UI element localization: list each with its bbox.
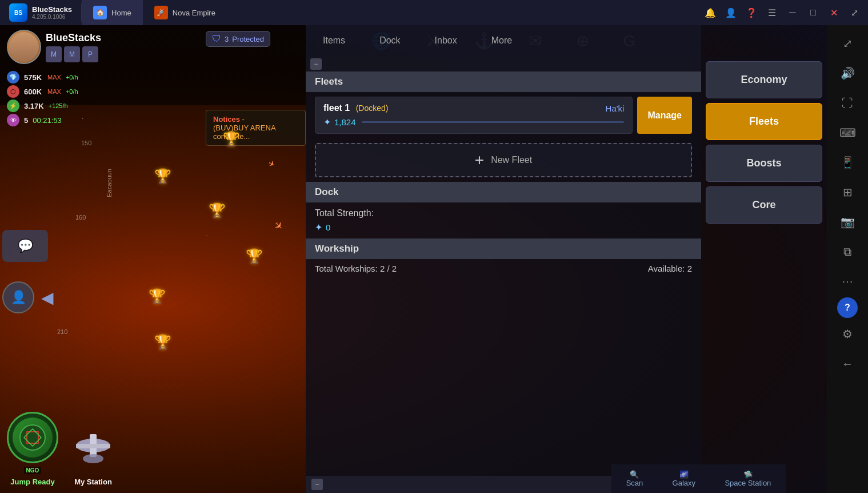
energy-icon: ⚡: [7, 100, 19, 112]
sidebar-more-icon[interactable]: ⋯: [834, 268, 861, 295]
alloy-max: MAX: [47, 88, 61, 95]
tab-nova[interactable]: 🚀 Nova Empire: [143, 0, 227, 25]
help-btn[interactable]: ❓: [742, 3, 761, 22]
credits-max: MAX: [47, 74, 61, 81]
menu-btn[interactable]: ☰: [763, 3, 781, 22]
workship-total: Total Workships: 2 / 2: [315, 264, 397, 273]
tab-items[interactable]: Items: [306, 25, 362, 57]
workship-info: Total Workships: 2 / 2 Available: 2: [306, 259, 701, 278]
sidebar-settings-icon[interactable]: ⚙: [834, 320, 861, 348]
sidebar-camera-icon[interactable]: 📷: [834, 208, 861, 236]
sidebar-volume-icon[interactable]: 🔊: [834, 59, 861, 87]
right-sidebar: ⤢ 🔊 ⛶ ⌨ 📱 ⊞ 📷 ⧉ ⋯ ? ⚙ ←: [827, 25, 868, 493]
workship-available: Available: 2: [648, 264, 692, 273]
shield-icon: 🛡: [212, 34, 221, 44]
action-buttons: Economy Fleets Boosts Core: [701, 57, 827, 493]
alloy-icon: ⬡: [7, 85, 19, 98]
my-station-btn[interactable]: My Station: [67, 423, 119, 486]
profile-btn[interactable]: 👤: [722, 3, 740, 22]
core-btn[interactable]: Core: [706, 186, 822, 224]
new-fleet-btn[interactable]: + New Fleet: [315, 143, 692, 177]
title-bar: BS BlueStacks 4.205.0.1006 🏠 Home 🚀 Nova…: [0, 0, 868, 25]
map-node-6[interactable]: 🏆: [154, 334, 171, 350]
faction-icons: M M P: [46, 46, 101, 62]
manage-button[interactable]: Manage: [637, 97, 692, 134]
strength-value: 1,824: [334, 117, 356, 127]
economy-btn[interactable]: Economy: [706, 61, 822, 98]
fleet-info-card: fleet 1 (Docked) Ha'ki ✦ 1,824: [315, 97, 633, 134]
map-node-4[interactable]: 🏆: [246, 248, 263, 264]
jump-ready-btn[interactable]: NGO Jump Ready: [7, 412, 58, 486]
jump-inner: [13, 418, 53, 458]
tab-nova-icon: 🚀: [154, 6, 168, 19]
profile-circle-btn[interactable]: 👤: [2, 281, 34, 313]
maximize-btn[interactable]: □: [804, 3, 822, 22]
bs-logo: BS: [9, 3, 27, 22]
expand-btn[interactable]: ⤢: [845, 3, 863, 22]
vision-value: 5: [24, 116, 28, 125]
fleets-section-header: Fleets: [306, 71, 701, 92]
nav-scan[interactable]: 🔍 Scan: [626, 470, 643, 487]
notification-btn[interactable]: 🔔: [701, 3, 719, 22]
credits-icon: 💎: [7, 71, 19, 84]
economy-label: Economy: [741, 74, 787, 86]
fleets-label: Fleets: [749, 116, 779, 128]
tab-dock[interactable]: Dock: [362, 25, 417, 57]
plus-icon: +: [475, 151, 484, 169]
collapse-bottom-btn[interactable]: −: [311, 479, 323, 490]
map-label-eacaouun: Eacaouun: [106, 169, 113, 197]
sidebar-layers-icon[interactable]: ⧉: [834, 238, 861, 265]
notice-text: -: [242, 115, 245, 124]
map-node-3[interactable]: 🏆: [209, 202, 226, 218]
left-panel: BlueStacks M M P 💎 575K MAX +0/h ⬡: [0, 25, 306, 493]
trophy-icon-2: 🏆: [154, 168, 171, 184]
nav-galaxy[interactable]: 🌌 Galaxy: [673, 470, 695, 487]
core-label: Core: [752, 199, 775, 211]
notice-popup[interactable]: Notices - (BUV)BUY ARENA control te...: [206, 110, 306, 146]
new-fleet-label: New Fleet: [491, 155, 532, 165]
sidebar-phone-icon[interactable]: 📱: [834, 149, 861, 176]
close-btn[interactable]: ✕: [825, 3, 843, 22]
map-node-2[interactable]: 🏆: [154, 168, 171, 184]
ngo-logo-svg: [18, 423, 47, 452]
fleets-btn[interactable]: Fleets: [706, 103, 822, 140]
jump-ready-label: Jump Ready: [10, 478, 54, 486]
collapse-top-bar: −: [306, 57, 701, 71]
map-num-160: 160: [75, 214, 86, 221]
sidebar-back-icon[interactable]: ←: [834, 350, 861, 377]
back-arrow[interactable]: ◀: [41, 288, 54, 307]
fleet-name: fleet 1: [323, 103, 350, 113]
map-node-5[interactable]: 🏆: [149, 288, 166, 304]
sidebar-help-icon[interactable]: ?: [837, 297, 858, 318]
trophy-icon-3: 🏆: [209, 202, 226, 218]
avatar: [7, 30, 41, 64]
sidebar-keyboard-icon[interactable]: ⌨: [834, 119, 861, 146]
station-svg: [70, 426, 116, 471]
main-content: Fleets fleet 1 (Docked) Ha'ki ✦ 1,824: [306, 71, 701, 493]
game-tabs: Items Dock Inbox More: [306, 25, 701, 57]
nav-space-station[interactable]: 🛸 Space Station: [725, 470, 771, 487]
credits-rate: +0/h: [66, 74, 78, 81]
game-bottom-nav: 🔍 Scan 🌌 Galaxy 🛸 Space Station: [611, 464, 786, 493]
credits-value: 575K: [24, 73, 42, 82]
minimize-btn[interactable]: ─: [783, 3, 802, 22]
map-node-1[interactable]: 🏆: [223, 131, 240, 147]
sidebar-expand-icon[interactable]: ⤢: [834, 30, 861, 57]
sidebar-fullscreen-icon[interactable]: ⛶: [834, 89, 861, 117]
tab-more[interactable]: More: [474, 25, 529, 57]
space-station-label: Space Station: [725, 479, 771, 487]
tab-home-label: Home: [111, 9, 131, 17]
collapse-top-btn[interactable]: −: [310, 58, 322, 70]
sidebar-grid-icon[interactable]: ⊞: [834, 178, 861, 206]
ngo-text: NGO: [24, 467, 42, 474]
chat-icon: 💬: [18, 238, 33, 253]
title-bar-controls: 🔔 👤 ❓ ☰ ─ □ ✕ ⤢: [701, 3, 868, 22]
chat-bubble[interactable]: 💬: [2, 230, 48, 262]
scan-label: Scan: [626, 479, 643, 487]
dock-section: Total Strength: ✦ 0: [306, 202, 701, 238]
fleet-item-container: fleet 1 (Docked) Ha'ki ✦ 1,824 Manage: [315, 97, 692, 134]
boosts-btn[interactable]: Boosts: [706, 145, 822, 182]
station-icon: [67, 423, 119, 474]
tab-home[interactable]: 🏠 Home: [82, 0, 143, 25]
tab-inbox[interactable]: Inbox: [418, 25, 474, 57]
